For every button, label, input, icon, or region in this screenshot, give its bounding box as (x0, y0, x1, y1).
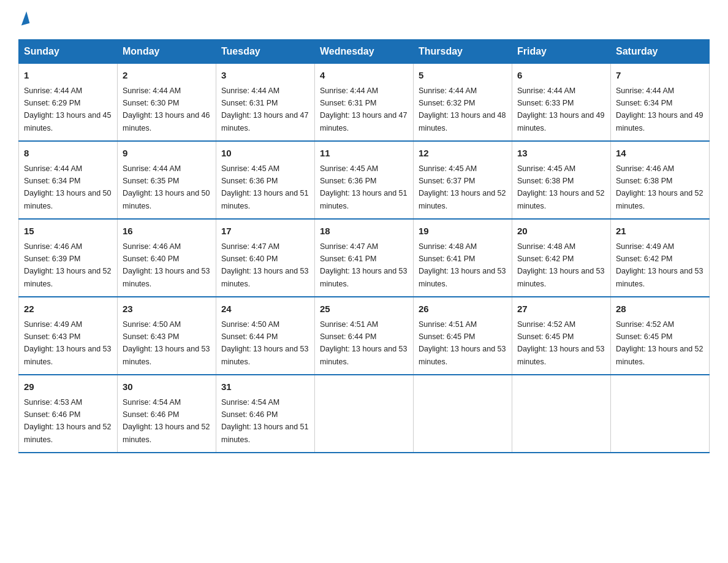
day-info: Sunrise: 4:44 AMSunset: 6:34 PMDaylight:… (616, 86, 703, 132)
calendar-table: SundayMondayTuesdayWednesdayThursdayFrid… (18, 39, 710, 453)
day-info: Sunrise: 4:44 AMSunset: 6:33 PMDaylight:… (517, 86, 604, 132)
day-info: Sunrise: 4:47 AMSunset: 6:41 PMDaylight:… (320, 242, 407, 288)
day-of-week-header: Wednesday (315, 40, 414, 64)
day-number: 11 (320, 147, 408, 161)
calendar-day-cell (414, 375, 512, 453)
day-info: Sunrise: 4:54 AMSunset: 6:46 PMDaylight:… (123, 398, 210, 444)
calendar-day-cell: 2 Sunrise: 4:44 AMSunset: 6:30 PMDayligh… (118, 64, 216, 142)
day-number: 5 (419, 69, 507, 83)
calendar-day-cell: 21 Sunrise: 4:49 AMSunset: 6:42 PMDaylig… (611, 219, 710, 297)
day-number: 20 (517, 224, 605, 239)
calendar-day-cell (611, 375, 710, 453)
day-info: Sunrise: 4:44 AMSunset: 6:34 PMDaylight:… (24, 164, 111, 210)
calendar-day-cell: 13 Sunrise: 4:45 AMSunset: 6:38 PMDaylig… (512, 141, 611, 219)
day-number: 17 (221, 224, 309, 239)
calendar-day-cell: 6 Sunrise: 4:44 AMSunset: 6:33 PMDayligh… (512, 64, 611, 142)
day-number: 13 (517, 147, 605, 161)
day-info: Sunrise: 4:51 AMSunset: 6:44 PMDaylight:… (320, 320, 407, 366)
calendar-day-cell: 24 Sunrise: 4:50 AMSunset: 6:44 PMDaylig… (216, 297, 315, 375)
day-info: Sunrise: 4:48 AMSunset: 6:42 PMDaylight:… (517, 242, 604, 288)
day-of-week-header: Monday (118, 40, 216, 64)
day-number: 23 (123, 302, 211, 316)
calendar-body: 1 Sunrise: 4:44 AMSunset: 6:29 PMDayligh… (19, 64, 710, 453)
calendar-week-row: 29 Sunrise: 4:53 AMSunset: 6:46 PMDaylig… (19, 375, 710, 453)
day-info: Sunrise: 4:45 AMSunset: 6:38 PMDaylight:… (517, 164, 604, 210)
day-number: 6 (517, 69, 605, 83)
day-number: 28 (616, 302, 704, 316)
day-info: Sunrise: 4:45 AMSunset: 6:36 PMDaylight:… (320, 164, 407, 210)
calendar-day-cell: 14 Sunrise: 4:46 AMSunset: 6:38 PMDaylig… (611, 141, 710, 219)
day-number: 8 (24, 147, 112, 161)
day-info: Sunrise: 4:52 AMSunset: 6:45 PMDaylight:… (616, 320, 703, 366)
day-number: 4 (320, 69, 408, 83)
day-number: 29 (24, 380, 112, 394)
calendar-day-cell (315, 375, 414, 453)
calendar-day-cell: 27 Sunrise: 4:52 AMSunset: 6:45 PMDaylig… (512, 297, 611, 375)
day-number: 2 (123, 69, 211, 83)
day-info: Sunrise: 4:44 AMSunset: 6:32 PMDaylight:… (419, 86, 506, 132)
day-info: Sunrise: 4:46 AMSunset: 6:38 PMDaylight:… (616, 164, 703, 210)
page-header (18, 12, 710, 28)
calendar-week-row: 1 Sunrise: 4:44 AMSunset: 6:29 PMDayligh… (19, 64, 710, 142)
day-of-week-header: Tuesday (216, 40, 315, 64)
day-number: 31 (221, 380, 309, 394)
day-number: 30 (123, 380, 211, 394)
day-info: Sunrise: 4:44 AMSunset: 6:31 PMDaylight:… (320, 86, 407, 132)
calendar-week-row: 15 Sunrise: 4:46 AMSunset: 6:39 PMDaylig… (19, 219, 710, 297)
day-number: 24 (221, 302, 309, 316)
day-info: Sunrise: 4:46 AMSunset: 6:39 PMDaylight:… (24, 242, 111, 288)
day-number: 1 (24, 69, 112, 83)
calendar-week-row: 8 Sunrise: 4:44 AMSunset: 6:34 PMDayligh… (19, 141, 710, 219)
day-number: 3 (221, 69, 309, 83)
calendar-day-cell: 4 Sunrise: 4:44 AMSunset: 6:31 PMDayligh… (315, 64, 414, 142)
calendar-day-cell: 18 Sunrise: 4:47 AMSunset: 6:41 PMDaylig… (315, 219, 414, 297)
day-info: Sunrise: 4:54 AMSunset: 6:46 PMDaylight:… (221, 398, 308, 444)
calendar-day-cell: 15 Sunrise: 4:46 AMSunset: 6:39 PMDaylig… (19, 219, 118, 297)
day-of-week-header: Thursday (414, 40, 512, 64)
day-number: 27 (517, 302, 605, 316)
day-header-row: SundayMondayTuesdayWednesdayThursdayFrid… (19, 40, 710, 64)
calendar-day-cell: 28 Sunrise: 4:52 AMSunset: 6:45 PMDaylig… (611, 297, 710, 375)
day-info: Sunrise: 4:52 AMSunset: 6:45 PMDaylight:… (517, 320, 604, 366)
day-of-week-header: Sunday (19, 40, 118, 64)
calendar-day-cell: 16 Sunrise: 4:46 AMSunset: 6:40 PMDaylig… (118, 219, 216, 297)
calendar-day-cell: 9 Sunrise: 4:44 AMSunset: 6:35 PMDayligh… (118, 141, 216, 219)
calendar-day-cell: 19 Sunrise: 4:48 AMSunset: 6:41 PMDaylig… (414, 219, 512, 297)
day-number: 15 (24, 224, 112, 239)
calendar-header: SundayMondayTuesdayWednesdayThursdayFrid… (19, 40, 710, 64)
calendar-day-cell (512, 375, 611, 453)
calendar-day-cell: 5 Sunrise: 4:44 AMSunset: 6:32 PMDayligh… (414, 64, 512, 142)
day-info: Sunrise: 4:53 AMSunset: 6:46 PMDaylight:… (24, 398, 111, 444)
day-number: 18 (320, 224, 408, 239)
day-info: Sunrise: 4:44 AMSunset: 6:35 PMDaylight:… (123, 164, 210, 210)
calendar-day-cell: 17 Sunrise: 4:47 AMSunset: 6:40 PMDaylig… (216, 219, 315, 297)
day-info: Sunrise: 4:46 AMSunset: 6:40 PMDaylight:… (123, 242, 210, 288)
calendar-day-cell: 10 Sunrise: 4:45 AMSunset: 6:36 PMDaylig… (216, 141, 315, 219)
day-number: 9 (123, 147, 211, 161)
day-info: Sunrise: 4:47 AMSunset: 6:40 PMDaylight:… (221, 242, 308, 288)
logo-general-text (18, 12, 28, 28)
day-number: 26 (419, 302, 507, 316)
day-info: Sunrise: 4:49 AMSunset: 6:43 PMDaylight:… (24, 320, 111, 366)
calendar-day-cell: 11 Sunrise: 4:45 AMSunset: 6:36 PMDaylig… (315, 141, 414, 219)
calendar-day-cell: 23 Sunrise: 4:50 AMSunset: 6:43 PMDaylig… (118, 297, 216, 375)
day-number: 22 (24, 302, 112, 316)
calendar-week-row: 22 Sunrise: 4:49 AMSunset: 6:43 PMDaylig… (19, 297, 710, 375)
calendar-day-cell: 25 Sunrise: 4:51 AMSunset: 6:44 PMDaylig… (315, 297, 414, 375)
day-info: Sunrise: 4:45 AMSunset: 6:37 PMDaylight:… (419, 164, 506, 210)
day-number: 21 (616, 224, 704, 239)
calendar-day-cell: 12 Sunrise: 4:45 AMSunset: 6:37 PMDaylig… (414, 141, 512, 219)
day-number: 7 (616, 69, 704, 83)
logo[interactable] (18, 12, 28, 28)
day-info: Sunrise: 4:50 AMSunset: 6:44 PMDaylight:… (221, 320, 308, 366)
day-of-week-header: Saturday (611, 40, 710, 64)
day-number: 12 (419, 147, 507, 161)
day-info: Sunrise: 4:44 AMSunset: 6:30 PMDaylight:… (123, 86, 210, 132)
day-number: 25 (320, 302, 408, 316)
day-of-week-header: Friday (512, 40, 611, 64)
calendar-day-cell: 1 Sunrise: 4:44 AMSunset: 6:29 PMDayligh… (19, 64, 118, 142)
day-info: Sunrise: 4:50 AMSunset: 6:43 PMDaylight:… (123, 320, 210, 366)
day-info: Sunrise: 4:51 AMSunset: 6:45 PMDaylight:… (419, 320, 506, 366)
calendar-day-cell: 3 Sunrise: 4:44 AMSunset: 6:31 PMDayligh… (216, 64, 315, 142)
calendar-day-cell: 31 Sunrise: 4:54 AMSunset: 6:46 PMDaylig… (216, 375, 315, 453)
